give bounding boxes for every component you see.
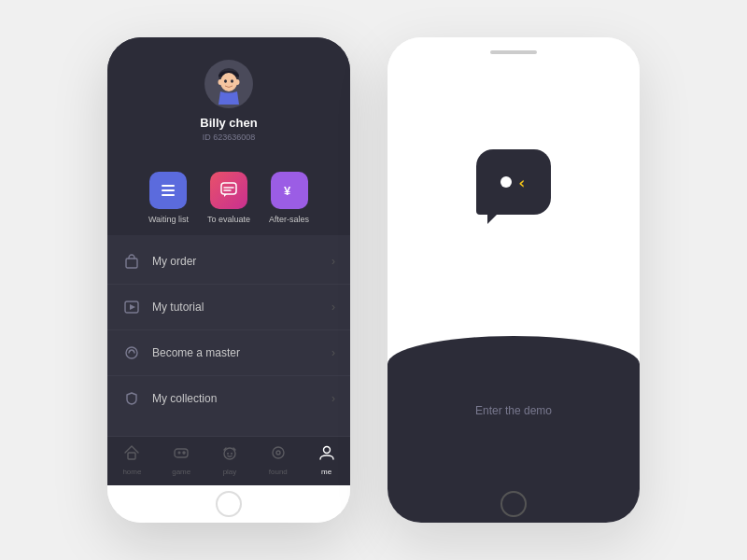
svg-point-1 xyxy=(220,73,237,91)
menu-item-become-master[interactable]: Become a master › xyxy=(107,330,350,376)
svg-point-5 xyxy=(231,79,233,83)
chevron-icon: › xyxy=(331,255,335,268)
svg-rect-8 xyxy=(162,194,175,196)
waiting-list-icon-box xyxy=(149,172,187,209)
menu-list: My order › My tutorial › xyxy=(107,235,350,436)
bubble-tail xyxy=(487,215,497,224)
after-sales-label: After-sales xyxy=(269,215,309,224)
found-icon xyxy=(270,444,287,465)
bag-icon xyxy=(122,252,141,271)
svg-rect-7 xyxy=(162,189,175,191)
svg-point-2 xyxy=(218,79,223,85)
home-circle-right xyxy=(500,491,527,517)
my-tutorial-label: My tutorial xyxy=(152,301,331,314)
star-icon xyxy=(122,343,141,362)
left-phone: Billy chen ID 623636008 Waiting list xyxy=(107,37,350,523)
chat-icon xyxy=(219,181,238,200)
menu-item-my-tutorial[interactable]: My tutorial › xyxy=(107,285,350,330)
logo-chevron: ‹ xyxy=(517,173,528,192)
action-waiting-list[interactable]: Waiting list xyxy=(148,172,189,224)
avatar-icon xyxy=(208,63,249,105)
evaluate-label: To evaluate xyxy=(207,215,250,224)
play-icon xyxy=(122,298,141,316)
app-logo: ‹ xyxy=(476,149,551,224)
left-home-button[interactable] xyxy=(107,485,350,523)
play-nav-label: play xyxy=(223,468,237,476)
left-screen: Billy chen ID 623636008 Waiting list xyxy=(107,37,350,485)
nav-home[interactable]: home xyxy=(122,444,141,476)
nav-me[interactable]: me xyxy=(318,444,335,476)
nav-game[interactable]: game xyxy=(172,444,190,476)
svg-rect-19 xyxy=(128,453,135,459)
svg-point-27 xyxy=(273,447,284,458)
avatar xyxy=(204,60,253,108)
svg-rect-9 xyxy=(221,183,236,194)
profile-name: Billy chen xyxy=(200,116,257,130)
svg-point-24 xyxy=(224,448,235,459)
yen-icon: ¥ xyxy=(280,181,299,200)
svg-point-29 xyxy=(323,447,330,454)
nav-found[interactable]: found xyxy=(269,444,288,476)
my-collection-label: My collection xyxy=(152,392,331,405)
after-sales-icon-box: ¥ xyxy=(271,172,308,209)
svg-point-3 xyxy=(235,79,240,85)
menu-item-my-collection[interactable]: My collection › xyxy=(107,376,350,421)
found-nav-label: found xyxy=(269,468,288,476)
logo-dot xyxy=(500,176,512,188)
bottom-nav: home game xyxy=(107,436,350,485)
home-nav-label: home xyxy=(122,468,141,476)
game-icon xyxy=(173,444,190,465)
demo-label[interactable]: Enter the demo xyxy=(475,404,552,417)
chat-bubble: ‹ xyxy=(476,149,551,215)
me-nav-label: me xyxy=(321,468,331,476)
svg-point-26 xyxy=(231,453,233,455)
svg-rect-13 xyxy=(126,259,137,268)
waiting-list-label: Waiting list xyxy=(148,215,189,224)
play-cat-icon xyxy=(221,444,238,465)
svg-rect-20 xyxy=(175,449,188,457)
right-home-button[interactable] xyxy=(388,485,640,523)
svg-point-25 xyxy=(227,453,229,455)
svg-point-4 xyxy=(224,79,227,83)
action-after-sales[interactable]: ¥ After-sales xyxy=(269,172,309,224)
become-master-label: Become a master xyxy=(152,346,331,359)
svg-point-16 xyxy=(126,347,137,358)
svg-point-28 xyxy=(276,451,280,455)
status-bar xyxy=(490,50,537,54)
game-nav-label: game xyxy=(172,468,190,476)
my-order-label: My order xyxy=(152,255,331,268)
home-icon xyxy=(123,444,140,465)
right-phone: ‹ Enter the demo xyxy=(388,37,640,523)
quick-actions: Waiting list To evaluate ¥ xyxy=(107,157,350,235)
svg-rect-6 xyxy=(162,185,175,187)
shield-icon xyxy=(122,389,141,408)
menu-item-my-order[interactable]: My order › xyxy=(107,239,350,285)
chevron-icon: › xyxy=(331,392,335,405)
profile-header: Billy chen ID 623636008 xyxy=(107,37,350,157)
profile-id: ID 623636008 xyxy=(203,133,256,142)
svg-point-23 xyxy=(183,452,185,454)
chevron-icon: › xyxy=(331,301,335,314)
chevron-icon: › xyxy=(331,346,335,359)
right-screen-bottom: Enter the demo xyxy=(388,336,640,485)
me-icon xyxy=(318,444,335,465)
home-circle xyxy=(216,491,242,517)
action-to-evaluate[interactable]: To evaluate xyxy=(207,172,250,224)
svg-text:¥: ¥ xyxy=(284,184,291,198)
nav-play[interactable]: play xyxy=(221,444,238,476)
list-icon xyxy=(159,181,177,200)
svg-marker-15 xyxy=(130,304,135,310)
right-screen-top: ‹ xyxy=(388,37,640,336)
evaluate-icon-box xyxy=(210,172,247,209)
